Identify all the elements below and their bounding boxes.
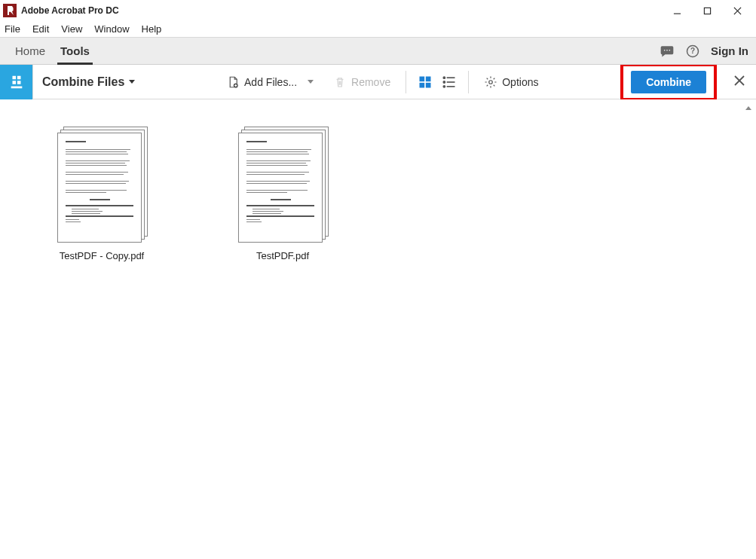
window-controls	[670, 4, 753, 17]
file-name: TestPDF - Copy.pdf	[60, 250, 144, 261]
file-grid: TestPDF - Copy.pdf	[0, 99, 756, 289]
scroll-up-arrow-icon[interactable]	[744, 104, 753, 113]
remove-button: Remove	[329, 72, 395, 92]
svg-point-18	[443, 85, 445, 87]
tool-title-label: Combine Files	[42, 75, 124, 89]
svg-point-14	[443, 77, 445, 78]
tabbar: Home Tools ? Sign In	[0, 38, 756, 65]
remove-label: Remove	[351, 76, 390, 88]
combine-files-tool-icon	[0, 65, 33, 99]
svg-point-5	[666, 49, 668, 50]
menu-window[interactable]: Window	[94, 23, 129, 35]
options-button[interactable]: Options	[479, 72, 543, 92]
file-name: TestPDF.pdf	[256, 250, 309, 261]
acrobat-app-icon	[3, 4, 17, 17]
tab-tools[interactable]: Tools	[53, 38, 97, 65]
options-label: Options	[502, 76, 538, 88]
svg-point-6	[669, 49, 671, 50]
window-title: Adobe Acrobat Pro DC	[21, 5, 670, 16]
svg-point-20	[489, 80, 493, 84]
content-area: TestPDF - Copy.pdf	[0, 99, 756, 559]
svg-rect-1	[704, 8, 710, 14]
svg-point-4	[664, 49, 666, 50]
view-group	[406, 65, 468, 99]
maximize-button[interactable]	[700, 4, 714, 17]
add-files-label: Add Files...	[244, 76, 297, 88]
add-remove-group: Add Files... Remove	[211, 65, 406, 99]
options-group: Options	[469, 65, 553, 99]
combine-highlight: Combine	[620, 63, 717, 101]
tool-title-dropdown[interactable]: Combine Files	[33, 75, 144, 89]
thumbnail-view-button[interactable]	[417, 74, 433, 90]
close-tool-button[interactable]	[723, 75, 756, 89]
svg-text:?: ?	[690, 47, 695, 55]
minimize-button[interactable]	[670, 4, 684, 17]
sign-in-link[interactable]: Sign In	[711, 44, 748, 57]
menu-edit[interactable]: Edit	[32, 23, 49, 35]
svg-point-16	[443, 81, 445, 82]
toolbar: Combine Files Add Files... Remove Option…	[0, 65, 756, 99]
add-files-dropdown-icon[interactable]	[308, 80, 314, 84]
menubar: File Edit View Window Help	[0, 21, 756, 38]
menu-help[interactable]: Help	[142, 23, 162, 35]
help-icon[interactable]: ?	[685, 44, 700, 59]
chat-icon[interactable]	[660, 44, 675, 59]
add-files-button[interactable]: Add Files...	[222, 72, 301, 92]
combine-button[interactable]: Combine	[631, 71, 706, 93]
tabbar-right: ? Sign In	[660, 44, 748, 59]
titlebar: Adobe Acrobat Pro DC	[0, 0, 756, 21]
menu-view[interactable]: View	[61, 23, 82, 35]
close-window-button[interactable]	[730, 4, 744, 17]
file-thumbnail	[57, 127, 146, 241]
list-view-button[interactable]	[441, 74, 458, 90]
file-item[interactable]: TestPDF - Copy.pdf	[53, 127, 151, 261]
tab-home[interactable]: Home	[8, 38, 53, 65]
file-item[interactable]: TestPDF.pdf	[234, 127, 332, 261]
svg-rect-11	[426, 76, 431, 81]
svg-rect-10	[420, 76, 425, 81]
svg-rect-13	[426, 82, 431, 87]
svg-rect-12	[420, 82, 425, 87]
menu-file[interactable]: File	[5, 23, 20, 35]
file-thumbnail	[238, 127, 327, 241]
caret-down-icon	[129, 80, 135, 84]
